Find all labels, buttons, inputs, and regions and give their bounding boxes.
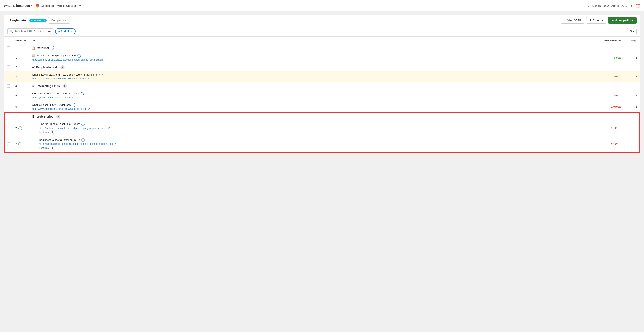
result-title: SEO basics: What is local SEO? - Yoast i	[32, 92, 588, 95]
row-position: 1	[13, 52, 29, 63]
web-stories-sub-row: 7 + Beginners Guide to Excellent SEO i h…	[4, 136, 640, 152]
row-checkbox[interactable]	[7, 75, 10, 78]
export-button[interactable]: ⬇ Export ▾	[586, 17, 606, 24]
row-checkbox[interactable]	[7, 56, 10, 59]
result-info-icon[interactable]: i	[81, 138, 84, 142]
row-checkbox[interactable]	[7, 115, 10, 118]
row-page	[623, 113, 640, 121]
row-page	[623, 44, 640, 52]
result-url-link[interactable]: https://yoast.com/what-is-local-seo/ ↗	[32, 96, 73, 99]
list-icon: ☰	[48, 30, 51, 33]
keyword-selector[interactable]: what is local seo ▾	[4, 4, 32, 8]
wiki-icon: 📰	[32, 54, 35, 57]
row-page: 1	[623, 52, 640, 63]
carousel-info-icon[interactable]: i	[52, 47, 55, 50]
search-box[interactable]: 🔍 ☰	[7, 29, 53, 34]
engine-selector[interactable]: Google.com Mobile Universal ▾	[36, 4, 81, 8]
prev-date-button[interactable]: ‹	[586, 3, 590, 9]
row-url: 📋 Carousel i	[29, 44, 591, 52]
engine-label: Google.com Mobile Universal	[41, 4, 78, 7]
row-checkbox[interactable]	[7, 105, 10, 108]
result-info-icon[interactable]: i	[81, 123, 84, 126]
row-check	[4, 90, 13, 101]
download-icon: ⬇	[589, 19, 592, 22]
row-url: Tips for Hiring a Local SEO Expert i htt…	[29, 120, 591, 136]
col-header-check	[4, 37, 13, 44]
add-competitors-button[interactable]: Add competitors	[608, 17, 637, 24]
row-position	[13, 44, 29, 52]
tab-single-date[interactable]: Single date	[7, 17, 28, 23]
top-bar-right: ‹ Mar 15, 2022 - Apr 15, 2022 › 📅	[586, 3, 640, 9]
expand-button[interactable]: +	[18, 126, 22, 130]
filter-row: 🔍 ☰ + Add filter ⚙ ▾	[4, 26, 640, 37]
row-check	[4, 101, 13, 113]
result-title: What is Local SEO, and How Does It Work?…	[32, 73, 588, 77]
row-checkbox[interactable]	[7, 47, 10, 50]
result-info-icon[interactable]: i	[80, 92, 84, 95]
result-url-link[interactable]: https://mailchimp.com/resources/what-is-…	[32, 77, 89, 80]
table-row: 2 🗨 People also ask 4	[4, 63, 640, 71]
row-pixel: 448px	[591, 52, 623, 63]
col-header-pixel: Pixel Position	[591, 37, 623, 44]
interesting-finds-text: Interesting Finds	[37, 84, 60, 88]
row-check	[4, 136, 13, 152]
calendar-icon[interactable]: 📅	[636, 4, 640, 8]
toolbar-right: ↗ View SERP ⬇ Export ▾ Add competitors	[561, 17, 637, 24]
col-header-url: URL	[29, 37, 591, 44]
expand-button[interactable]: +	[18, 142, 22, 146]
content-area: Single date How it works Comparison ↗ Vi…	[0, 12, 644, 156]
keyword-chevron: ▾	[31, 4, 32, 7]
table-row: 5 SEO basics: What is local SEO? - Yoast…	[4, 90, 640, 101]
row-check	[4, 120, 13, 136]
settings-button[interactable]: ⚙ ▾	[627, 28, 637, 34]
next-date-button[interactable]: ›	[629, 3, 634, 9]
row-checkbox[interactable]	[7, 66, 10, 69]
col-header-page: Page	[623, 37, 640, 44]
web-stories-header-row: 7 📱 Web Stories 2	[4, 113, 640, 121]
row-position: 7 +	[13, 136, 29, 152]
toolbar-row: Single date How it works Comparison ↗ Vi…	[4, 15, 640, 26]
carousel-label: 📋 Carousel i	[32, 47, 588, 50]
add-filter-button[interactable]: + Add filter	[55, 29, 76, 34]
row-checkbox[interactable]	[7, 142, 10, 146]
row-pixel: 2,192px	[591, 136, 623, 152]
row-position: 4	[13, 82, 29, 90]
row-checkbox[interactable]	[7, 94, 10, 97]
result-url-link[interactable]: https://en.m.wikipedia.org/wiki/Local_se…	[32, 58, 106, 61]
row-page: 1	[623, 90, 640, 101]
view-serp-button[interactable]: ↗ View SERP	[561, 17, 584, 24]
col-header-position: Position	[13, 37, 29, 44]
interesting-finds-icon: 🔍	[32, 84, 35, 88]
interesting-finds-badge: 3	[63, 84, 67, 88]
result-info-icon[interactable]: i	[78, 54, 81, 58]
result-url-link[interactable]: https://naluseo.com/web-stories/tips-for…	[39, 127, 112, 129]
search-input[interactable]	[14, 30, 47, 33]
table-row: 6 What Is Local SEO? - BrightLocal i htt…	[4, 101, 640, 113]
row-check	[4, 82, 13, 90]
google-logo	[36, 4, 40, 8]
row-pixel: 1,225px	[591, 71, 623, 82]
row-check	[4, 44, 13, 52]
features-label: Features: ⚙	[39, 146, 588, 150]
keyword-label: what is local seo	[4, 4, 30, 8]
features-label: Features: ⚙	[39, 130, 588, 134]
tab-comparison[interactable]: Comparison	[48, 17, 70, 24]
row-url: What is Local SEO, and How Does It Work?…	[29, 71, 591, 82]
table-row: 📋 Carousel i	[4, 44, 640, 52]
row-position: 7 +	[13, 120, 29, 136]
row-url: 📱 Web Stories 2	[29, 113, 591, 121]
result-url-link[interactable]: https://www.brightlocal.com/learn/what-i…	[32, 107, 90, 110]
features-icon: ⚙	[50, 146, 54, 150]
row-checkbox[interactable]	[7, 84, 10, 88]
table-row: 1 📰 Local Search Engine Optimization i h…	[4, 52, 640, 63]
row-checkbox[interactable]	[7, 127, 10, 130]
result-info-icon[interactable]: i	[99, 73, 102, 76]
table-container: Position URL Pixel Position Page 📋 Carou…	[4, 37, 640, 153]
header-checkbox[interactable]	[7, 39, 10, 42]
result-title: What Is Local SEO? - BrightLocal i	[32, 103, 588, 107]
result-info-icon[interactable]: i	[73, 103, 76, 107]
row-position: 6	[13, 101, 29, 113]
result-url-link[interactable]: https://stories.discoursedigital.com/beg…	[39, 142, 116, 145]
row-check	[4, 71, 13, 82]
how-it-works-badge[interactable]: How it works	[30, 19, 46, 22]
